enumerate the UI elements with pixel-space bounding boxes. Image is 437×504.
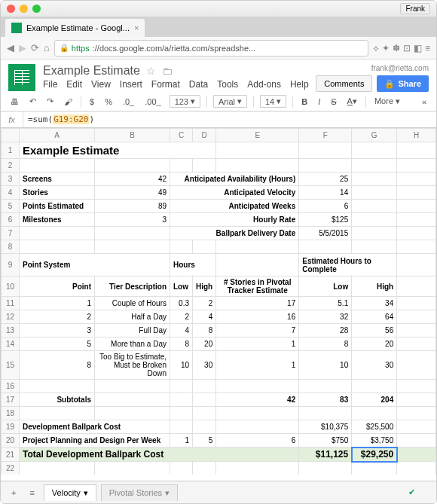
col-header-d[interactable]: D — [193, 129, 216, 142]
menu-view[interactable]: View — [91, 79, 111, 90]
cell[interactable]: 17 — [216, 297, 299, 310]
cell[interactable]: 34 — [352, 297, 397, 310]
cell[interactable]: 20 — [352, 338, 397, 351]
cell[interactable]: Screens — [20, 173, 95, 186]
cell[interactable]: $750 — [299, 434, 352, 447]
menu-icon[interactable]: ≡ — [425, 43, 430, 53]
selected-cell[interactable]: $29,250 — [352, 447, 397, 462]
cell[interactable]: 0.3 — [170, 297, 193, 310]
star-icon[interactable]: ☆ — [146, 65, 156, 77]
paint-format-icon[interactable]: 🖌 — [62, 96, 75, 108]
cell[interactable]: Hours — [170, 254, 216, 276]
cell[interactable]: 2 — [170, 310, 193, 324]
cell[interactable]: 83 — [299, 393, 352, 407]
cell[interactable]: 30 — [352, 351, 397, 380]
cell[interactable]: Low — [170, 276, 193, 297]
row-header[interactable]: 1 — [2, 142, 20, 159]
cell[interactable]: 4 — [170, 324, 193, 338]
bold-button[interactable]: B — [299, 96, 310, 108]
row-header[interactable]: 12 — [2, 310, 20, 324]
row-header[interactable]: 14 — [2, 338, 20, 351]
decrease-decimal-button[interactable]: .0_ — [121, 96, 136, 108]
row-header[interactable]: 2 — [2, 159, 20, 173]
cell[interactable]: Hourly Rate — [170, 213, 299, 227]
col-header-e[interactable]: E — [216, 129, 299, 142]
close-tab-icon[interactable]: × — [134, 23, 139, 32]
minimize-window-icon[interactable] — [20, 5, 28, 13]
spreadsheet-grid[interactable]: A B C D E F G H 1Example Estimate 2 3Scr… — [1, 128, 436, 475]
col-header-b[interactable]: B — [95, 129, 170, 142]
redo-icon[interactable]: ↷ — [44, 95, 56, 108]
cell[interactable]: 8 — [170, 338, 193, 351]
cell[interactable]: Development Ballpark Cost — [20, 420, 170, 434]
cell[interactable]: Points Estimated — [20, 200, 95, 213]
add-sheet-button[interactable]: + — [7, 486, 20, 499]
row-header[interactable]: 18 — [2, 407, 20, 420]
cell[interactable]: 16 — [216, 310, 299, 324]
reload-button[interactable]: ⟳ — [31, 42, 39, 53]
increase-decimal-button[interactable]: .00_ — [142, 96, 163, 108]
cell[interactable]: Point System — [20, 254, 170, 276]
cell[interactable]: Anticipated Availability (Hours) — [170, 173, 299, 186]
cell[interactable]: 30 — [193, 351, 216, 380]
undo-icon[interactable]: ↶ — [27, 95, 38, 108]
cell[interactable]: Anticipated Weeks — [170, 200, 299, 213]
cell[interactable]: Stories — [20, 186, 95, 200]
collapse-toolbar-icon[interactable]: « — [420, 96, 429, 108]
col-header-g[interactable]: G — [352, 129, 397, 142]
cell[interactable]: 8 — [20, 351, 95, 380]
cell[interactable]: 6 — [299, 200, 352, 213]
cell[interactable]: 1 — [170, 434, 193, 447]
row-header[interactable]: 16 — [2, 380, 20, 393]
cell[interactable]: 32 — [299, 310, 352, 324]
cell[interactable]: # Stories in Pivotal Tracker Estimate — [216, 276, 299, 297]
doc-title[interactable]: Example Estimate — [43, 64, 140, 78]
ext-icon-5[interactable]: ◧ — [414, 43, 422, 53]
formula-input[interactable]: =sum(G19:G20) — [23, 115, 99, 124]
cell[interactable]: 8 — [299, 338, 352, 351]
cell[interactable]: 1 — [216, 351, 299, 380]
cell[interactable]: 10 — [299, 351, 352, 380]
cell[interactable]: Project Planning and Design Per Week — [20, 434, 170, 447]
cell[interactable]: Too Big to Estimate, Must be Broken Down — [95, 351, 170, 380]
cell[interactable]: Anticipated Velocity — [170, 186, 299, 200]
all-sheets-button[interactable]: ≡ — [25, 486, 38, 499]
print-icon[interactable]: 🖶 — [8, 96, 21, 108]
mac-user-button[interactable]: Frank — [400, 3, 430, 14]
cell[interactable]: 3 — [95, 213, 170, 227]
more-button[interactable]: More ▾ — [372, 95, 402, 108]
cell[interactable]: $10,375 — [299, 420, 352, 434]
row-header[interactable]: 17 — [2, 393, 20, 407]
cell[interactable]: 56 — [352, 324, 397, 338]
cell[interactable]: 42 — [95, 173, 170, 186]
back-button[interactable]: ◀ — [7, 42, 14, 53]
cell[interactable]: Full Day — [95, 324, 170, 338]
row-header[interactable]: 4 — [2, 186, 20, 200]
row-header[interactable]: 19 — [2, 420, 20, 434]
cell[interactable]: More than a Day — [95, 338, 170, 351]
row-header[interactable]: 22 — [2, 462, 20, 475]
cell[interactable]: $125 — [299, 213, 352, 227]
menu-data[interactable]: Data — [189, 79, 208, 90]
col-header-a[interactable]: A — [20, 129, 95, 142]
strike-button[interactable]: S — [329, 96, 338, 108]
cell[interactable]: Subtotals — [20, 393, 95, 407]
forward-button[interactable]: ▶ — [19, 42, 26, 53]
cell[interactable]: Tier Description — [95, 276, 170, 297]
cell[interactable]: 49 — [95, 186, 170, 200]
menu-format[interactable]: Format — [151, 79, 180, 90]
cell[interactable]: Ballpark Delivery Date — [170, 227, 299, 240]
row-header[interactable]: 3 — [2, 173, 20, 186]
maximize-window-icon[interactable] — [32, 5, 41, 13]
row-header[interactable]: 10 — [2, 276, 20, 297]
ext-icon-3[interactable]: ✽ — [393, 43, 400, 53]
cell[interactable]: 5 — [20, 338, 95, 351]
cell[interactable]: 5.1 — [299, 297, 352, 310]
cell[interactable]: $25,500 — [352, 420, 397, 434]
text-color-button[interactable]: A▾ — [345, 95, 359, 108]
row-header[interactable]: 13 — [2, 324, 20, 338]
number-format-select[interactable]: 123▾ — [170, 95, 200, 108]
row-header[interactable]: 15 — [2, 351, 20, 380]
cell[interactable]: Milestones — [20, 213, 95, 227]
row-header[interactable]: 7 — [2, 227, 20, 240]
